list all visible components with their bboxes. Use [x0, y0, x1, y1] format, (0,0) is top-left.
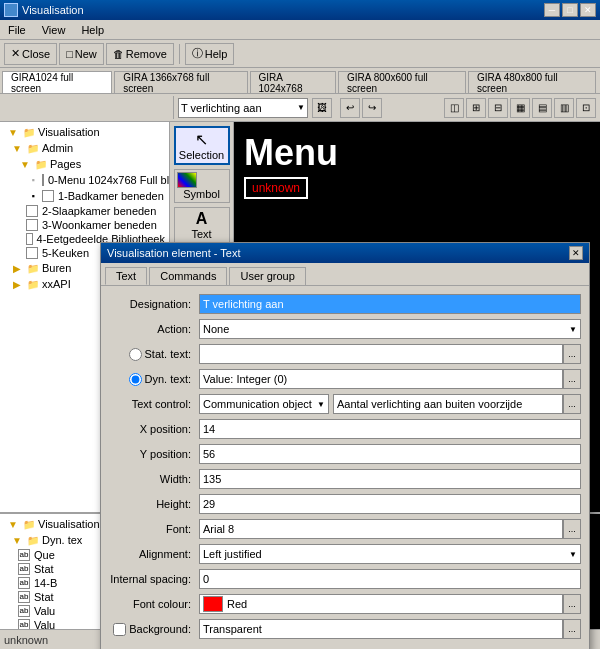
tree-item-page-3[interactable]: 3-Woonkamer beneden: [2, 218, 167, 232]
page-file-icon-4: [26, 219, 38, 231]
font-input[interactable]: [199, 519, 563, 539]
undo-button[interactable]: ↩: [340, 98, 360, 118]
page-file-icon-3: [26, 205, 38, 217]
tree-item-pages[interactable]: ▼ 📁 Pages: [2, 156, 167, 172]
app-title: Visualisation: [22, 4, 540, 16]
height-input[interactable]: [199, 494, 581, 514]
item-icon-stat2: ab: [18, 591, 30, 603]
trash-icon: 🗑: [113, 48, 124, 60]
symbol-tool[interactable]: Symbol: [174, 169, 230, 203]
new-icon: □: [66, 48, 73, 60]
redo-button[interactable]: ↪: [362, 98, 382, 118]
canvas-btn-5[interactable]: ▤: [532, 98, 552, 118]
text-tool[interactable]: A Text: [174, 207, 230, 243]
text-control-desc-input[interactable]: [333, 394, 563, 414]
tree-item-page-1[interactable]: ▪ 1-Badkamer beneden: [2, 188, 167, 204]
stat-text-row: Stat. text: ...: [109, 344, 581, 364]
y-position-row: Y position:: [109, 444, 581, 464]
folder-icon-bottom: 📁: [22, 517, 36, 531]
internal-spacing-input[interactable]: [199, 569, 581, 589]
background-ellipsis-btn[interactable]: ...: [563, 619, 581, 639]
font-colour-input-group: Red ...: [199, 594, 581, 614]
window-controls: ─ □ ✕: [544, 3, 596, 17]
text-control-select[interactable]: Communication object ▼: [199, 394, 329, 414]
alignment-dropdown-icon: ▼: [569, 550, 577, 559]
tab-gira800[interactable]: GIRA 800x600 full screen: [338, 71, 466, 93]
stat-text-ellipsis-btn[interactable]: ...: [563, 344, 581, 364]
font-row: Font: ...: [109, 519, 581, 539]
background-input-group: ...: [199, 619, 581, 639]
font-colour-row: Font colour: Red ...: [109, 594, 581, 614]
stat-text-input[interactable]: [199, 344, 563, 364]
selection-tool[interactable]: ↖ Selection: [174, 126, 230, 165]
close-window-button[interactable]: ✕: [580, 3, 596, 17]
action-select[interactable]: None ▼: [199, 319, 581, 339]
page-icon: ▪: [26, 173, 40, 187]
canvas-btn-2[interactable]: ⊞: [466, 98, 486, 118]
tree-item-page-2[interactable]: 2-Slaapkamer beneden: [2, 204, 167, 218]
canvas-dropdown[interactable]: T verlichting aan ▼: [178, 98, 308, 118]
dyn-text-radio[interactable]: [129, 373, 142, 386]
dialog-tab-bar: Text Commands User group: [101, 263, 589, 286]
menu-file[interactable]: File: [4, 23, 30, 37]
tab-gira1024-full[interactable]: GIRA1024 full screen: [2, 71, 112, 93]
item-icon-que: ab: [18, 549, 30, 561]
canvas-btn-1[interactable]: ◫: [444, 98, 464, 118]
menu-bar: File View Help: [0, 20, 600, 40]
dyn-text-ellipsis-btn[interactable]: ...: [563, 369, 581, 389]
tree-item-visualisation[interactable]: ▼ 📁 Visualisation: [2, 124, 167, 140]
font-ellipsis-btn[interactable]: ...: [563, 519, 581, 539]
dyn-text-input[interactable]: [199, 369, 563, 389]
dialog-tab-commands[interactable]: Commands: [149, 267, 227, 285]
canvas-btn-3[interactable]: ⊟: [488, 98, 508, 118]
dialog-tab-text[interactable]: Text: [105, 267, 147, 285]
tab-gira480[interactable]: GIRA 480x800 full screen: [468, 71, 596, 93]
width-input[interactable]: [199, 469, 581, 489]
menu-help[interactable]: Help: [77, 23, 108, 37]
tree-item-page-0[interactable]: ▪ 0-Menu 1024x768 Full black: [2, 172, 167, 188]
tab-gira1366[interactable]: GIRA 1366x768 full screen: [114, 71, 247, 93]
designation-input[interactable]: [199, 294, 581, 314]
main-tab-bar: GIRA1024 full screen GIRA 1366x768 full …: [0, 68, 600, 94]
tab-gira1024[interactable]: GIRA 1024x768: [250, 71, 336, 93]
remove-button[interactable]: 🗑 Remove: [106, 43, 174, 65]
expand-icon: ▼: [18, 157, 32, 171]
status-text: unknown: [4, 634, 48, 646]
page-icon-2: ▪: [26, 189, 40, 203]
background-input[interactable]: [199, 619, 563, 639]
menu-view[interactable]: View: [38, 23, 70, 37]
folder-icon: 📁: [26, 141, 40, 155]
new-button[interactable]: □ New: [59, 43, 104, 65]
canvas-image-btn[interactable]: 🖼: [312, 98, 332, 118]
maximize-button[interactable]: □: [562, 3, 578, 17]
tree-item-admin[interactable]: ▼ 📁 Admin: [2, 140, 167, 156]
close-icon: ✕: [11, 47, 20, 60]
page-file-icon-5: [26, 233, 33, 245]
text-icon: A: [177, 210, 227, 228]
stat-text-radio[interactable]: [129, 348, 142, 361]
minimize-button[interactable]: ─: [544, 3, 560, 17]
dyn-text-label: Dyn. text:: [109, 373, 199, 386]
dropdown-arrow-icon: ▼: [297, 103, 305, 112]
folder-icon: 📁: [22, 125, 36, 139]
vis-element-dialog: Visualisation element - Text ✕ Text Comm…: [100, 242, 590, 649]
stat-text-input-group: ...: [199, 344, 581, 364]
canvas-btn-4[interactable]: ▦: [510, 98, 530, 118]
help-button[interactable]: ⓘ Help: [185, 43, 235, 65]
x-position-input[interactable]: [199, 419, 581, 439]
canvas-btn-7[interactable]: ⊡: [576, 98, 596, 118]
canvas-btn-6[interactable]: ▥: [554, 98, 574, 118]
page-file-icon: [42, 174, 44, 186]
font-colour-ellipsis-btn[interactable]: ...: [563, 594, 581, 614]
text-control-ellipsis-btn[interactable]: ...: [563, 394, 581, 414]
font-colour-display[interactable]: Red: [199, 594, 563, 614]
designation-row: Designation:: [109, 294, 581, 314]
dialog-tab-usergroup[interactable]: User group: [229, 267, 305, 285]
close-button[interactable]: ✕ Close: [4, 43, 57, 65]
page-file-icon-6: [26, 247, 38, 259]
dialog-close-button[interactable]: ✕: [569, 246, 583, 260]
background-checkbox[interactable]: [113, 623, 126, 636]
collapse-icon-2: ▶: [10, 277, 24, 291]
alignment-select[interactable]: Left justified ▼: [199, 544, 581, 564]
y-position-input[interactable]: [199, 444, 581, 464]
